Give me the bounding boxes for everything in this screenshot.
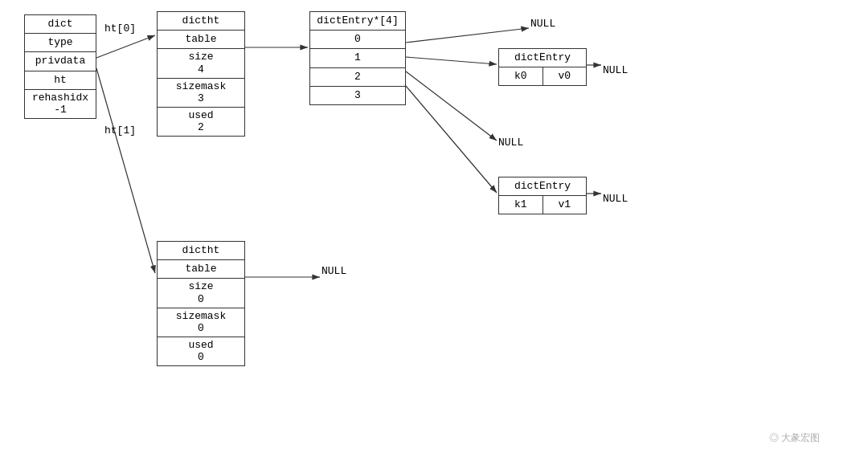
dictht0-header: dictht	[158, 12, 244, 31]
entry1-v1: v1	[543, 196, 587, 214]
dictht0-used: used2	[158, 108, 244, 136]
ht0-label: ht[0]	[104, 22, 136, 35]
dictht1-sizemask: sizemask0	[158, 308, 244, 337]
entry1-box: dictEntry k1 v1	[498, 177, 587, 214]
dict-cell-rehashidx: rehashidx-1	[25, 90, 96, 118]
array-box: dictEntry*[4] 0 1 2 3	[309, 11, 406, 105]
entry0-k0: k0	[499, 67, 543, 85]
arrow-array3-to-entry1	[406, 86, 497, 193]
diagram: dict type privdata ht rehashidx-1 ht[0] …	[0, 0, 868, 461]
array-cell-2: 2	[310, 68, 405, 87]
null-top-label: NULL	[530, 18, 555, 30]
null-entry1-label: NULL	[603, 193, 628, 205]
dict-cell-dict: dict	[25, 15, 96, 34]
dictht1-size: size0	[158, 279, 244, 308]
dictht1-header: dictht	[158, 242, 244, 260]
dictht1-box: dictht table size0 sizemask0 used0	[157, 241, 245, 366]
dict-cell-privdata: privdata	[25, 52, 96, 71]
arrows-svg	[0, 0, 868, 461]
dict-box: dict type privdata ht rehashidx-1	[24, 14, 96, 119]
dictht0-table: table	[158, 31, 244, 49]
arrow-dict-to-ht0	[96, 35, 155, 58]
dict-cell-ht: ht	[25, 71, 96, 90]
dict-cell-type: type	[25, 34, 96, 52]
entry1-header: dictEntry	[499, 177, 586, 196]
dictht1-used: used0	[158, 337, 244, 365]
null-entry0-label: NULL	[603, 64, 628, 76]
entry0-v0: v0	[543, 67, 587, 85]
watermark: ◎ 大彖宏图	[769, 431, 820, 445]
arrow-array0-to-null	[406, 28, 529, 43]
dictht1-table: table	[158, 260, 244, 279]
arrow-array1-to-entry0	[406, 57, 497, 64]
entry0-header: dictEntry	[499, 49, 586, 67]
dictht0-box: dictht table size4 sizemask3 used2	[157, 11, 245, 137]
null-row2-label: NULL	[498, 137, 523, 149]
dictht0-sizemask: sizemask3	[158, 79, 244, 108]
ht1-label: ht[1]	[104, 124, 136, 137]
array-cell-3: 3	[310, 87, 405, 104]
arrow-array2-to-null	[406, 71, 497, 141]
dictht0-size: size4	[158, 49, 244, 78]
null-ht1-table-label: NULL	[321, 265, 346, 277]
entry0-box: dictEntry k0 v0	[498, 48, 587, 86]
array-cell-1: 1	[310, 49, 405, 67]
array-cell-0: 0	[310, 31, 405, 49]
array-header: dictEntry*[4]	[310, 12, 405, 31]
arrow-dict-to-ht1	[96, 68, 155, 273]
entry1-k1: k1	[499, 196, 543, 214]
